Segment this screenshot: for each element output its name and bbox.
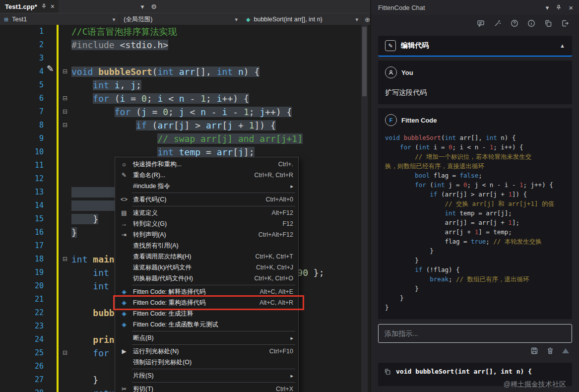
help-icon[interactable]: [511, 19, 518, 27]
tab-list-chevron-icon[interactable]: ▾: [141, 3, 144, 10]
code-token: [71, 388, 93, 392]
code-text: #include <stdio.h>: [71, 38, 168, 52]
assistant-code-line: }: [385, 293, 565, 303]
code-text: }: [71, 212, 98, 226]
symbol-dropdown[interactable]: ◆ bubbleSort(int arr[], int n) ▾: [242, 14, 363, 25]
chat-panel-title: FittenCode Chat: [378, 4, 425, 11]
menu-item-cut[interactable]: ✂剪切(T)Ctrl+X: [115, 384, 298, 392]
fold-column: [59, 212, 71, 226]
menu-item-find-all-references[interactable]: 查找所有引用(A): [115, 240, 298, 251]
line-number: 24: [0, 333, 49, 346]
collapse-caret-icon[interactable]: ▲: [560, 43, 565, 49]
info-icon[interactable]: [527, 19, 535, 27]
user-name: You: [401, 69, 413, 76]
navbar-extra-icon[interactable]: ⊕: [365, 16, 370, 23]
chat-input-box[interactable]: [378, 324, 572, 343]
menu-item-force-run-to-cursor[interactable]: 强制运行到光标处(O): [115, 357, 298, 368]
save-icon[interactable]: [530, 347, 538, 355]
code-token: n: [238, 66, 244, 77]
line-number: 28: [0, 387, 49, 392]
menu-separator: [132, 331, 295, 331]
code-text: for (j = 0; j < n - i - 1; j++) {: [71, 105, 292, 119]
fold-column: [59, 360, 71, 373]
code-token: if: [415, 266, 422, 273]
menu-item-run-to-cursor[interactable]: ▶运行到光标处(N)Ctrl+F10: [115, 346, 298, 357]
user-message-card: You 扩写这段代码: [378, 61, 572, 104]
code-token: flag =: [385, 238, 471, 245]
code-token: ++) {: [265, 107, 292, 117]
chat-icon[interactable]: [477, 19, 485, 27]
menu-item-fitten-generate-unittest[interactable]: ◈Fitten Code: 生成函数单元测试: [115, 319, 298, 330]
code-line: 5 int i, j;: [0, 78, 370, 92]
rename-icon: ✎: [118, 172, 130, 179]
chat-input[interactable]: [384, 329, 567, 338]
menu-item-snippet[interactable]: 片段(S)▸: [115, 370, 298, 381]
scroll-up-icon[interactable]: [562, 348, 569, 353]
code-token: 1: [244, 107, 249, 117]
code-token: 换，则数组已经有序，直接退出循环: [385, 162, 484, 170]
close-panel-icon[interactable]: ×: [569, 3, 573, 12]
edit-code-header[interactable]: ✎ 编辑代码 ▲: [378, 36, 572, 57]
chevron-down-icon[interactable]: ▾: [546, 4, 549, 11]
copy-icon[interactable]: [544, 19, 552, 27]
menu-item-include-directive[interactable]: #include 指令▸: [115, 181, 298, 192]
code-token: arr: [179, 66, 195, 77]
menu-item-peek-header-code-file[interactable]: 速览标题(k)/代码文件Ctrl+K, Ctrl+J: [115, 262, 298, 273]
magic-wand-icon[interactable]: [494, 19, 502, 27]
menu-item-go-to-definition[interactable]: →转到定义(G)F12: [115, 218, 298, 229]
menu-item-rename[interactable]: ✎重命名(R)...Ctrl+R, Ctrl+R: [115, 170, 298, 181]
menu-item-view-call-hierarchy[interactable]: 查看调用层次结构(H)Ctrl+K, Ctrl+T: [115, 251, 298, 262]
fold-marker-icon[interactable]: ⊟: [59, 346, 71, 360]
fold-marker-icon[interactable]: ⊟: [59, 105, 71, 119]
code-token: i =: [430, 143, 449, 151]
fold-marker-icon[interactable]: ⊟: [59, 92, 71, 105]
code-token: int: [157, 66, 179, 77]
scope-dropdown[interactable]: (全局范围) ▾: [120, 14, 242, 25]
menu-item-label: 快速操作和重构...: [130, 160, 278, 169]
fold-marker-icon[interactable]: ⊟: [59, 253, 71, 266]
fold-column: [59, 159, 71, 172]
project-dropdown[interactable]: ⊞ Test1 ▾: [0, 14, 120, 25]
menu-item-shortcut: F12: [282, 220, 293, 227]
code-token: ++) {: [222, 93, 249, 104]
code-token: +: [233, 120, 249, 131]
code-token: [: [233, 147, 238, 157]
menu-item-shortcut: Ctrl+X: [276, 386, 293, 392]
editor-tab-test1cpp[interactable]: Test1.cpp* ×: [0, 0, 59, 13]
menu-item-fitten-generate-comment[interactable]: ◈Fitten Code: 生成注释: [115, 308, 298, 319]
line-number: 21: [0, 293, 49, 306]
fold-marker-icon[interactable]: ⊟: [59, 65, 71, 78]
pin-panel-icon[interactable]: [556, 4, 562, 10]
open-external-icon[interactable]: [561, 19, 569, 27]
code-token: ]) {: [255, 120, 276, 131]
fold-marker-icon[interactable]: ⊟: [59, 119, 71, 132]
code-token: ];: [512, 219, 519, 226]
menu-item-label: 查看代码(C): [130, 196, 265, 204]
scrollbar-thumb[interactable]: [362, 27, 367, 96]
menu-item-label: Fitten Code: 重构选择代码: [130, 299, 259, 307]
code-token: // 本轮发生交换: [493, 238, 542, 245]
pin-tab-icon[interactable]: [41, 2, 47, 11]
menu-item-toggle-header-code-file[interactable]: 切换标题/代码文件(H)Ctrl+K, Ctrl+O: [115, 273, 298, 284]
code-token: [385, 200, 445, 207]
code-text: }: [71, 226, 77, 239]
menu-item-fitten-refactor-selection[interactable]: ◈Fitten Code: 重构选择代码Alt+C, Alt+R: [115, 297, 298, 308]
menu-item-peek-definition[interactable]: ▤速览定义Alt+F12: [115, 207, 298, 218]
code-text: // swap arr[j] and arr[j+1]: [71, 132, 303, 145]
close-tab-icon[interactable]: ×: [51, 2, 55, 10]
code-token: for: [93, 348, 114, 358]
menu-item-view-code[interactable]: <>查看代码(C)Ctrl+Alt+0: [115, 194, 298, 205]
editor-scrollbar[interactable]: [361, 25, 368, 392]
code-token: -: [227, 107, 244, 117]
assistant-code-block: void bubbleSort(int arr[], int n) { for …: [385, 133, 565, 312]
line-number: 9: [0, 132, 49, 145]
menu-item-fitten-explain-selection[interactable]: ◈Fitten Code: 解释选择代码Alt+C, Alt+E: [115, 286, 298, 297]
menu-item-breakpoint[interactable]: 断点(B)▸: [115, 332, 298, 343]
delete-icon[interactable]: [546, 347, 554, 355]
menu-item-quick-actions[interactable]: ☼快速操作和重构...Ctrl+.: [115, 159, 298, 170]
code-token: j: [259, 107, 265, 117]
menu-item-go-to-declaration[interactable]: ⇥转到声明(A)Ctrl+Alt+F12: [115, 229, 298, 240]
editor-options-gear-icon[interactable]: ⚙: [151, 3, 157, 10]
code-token: ;: [206, 93, 217, 104]
code-token: 1: [249, 120, 255, 131]
